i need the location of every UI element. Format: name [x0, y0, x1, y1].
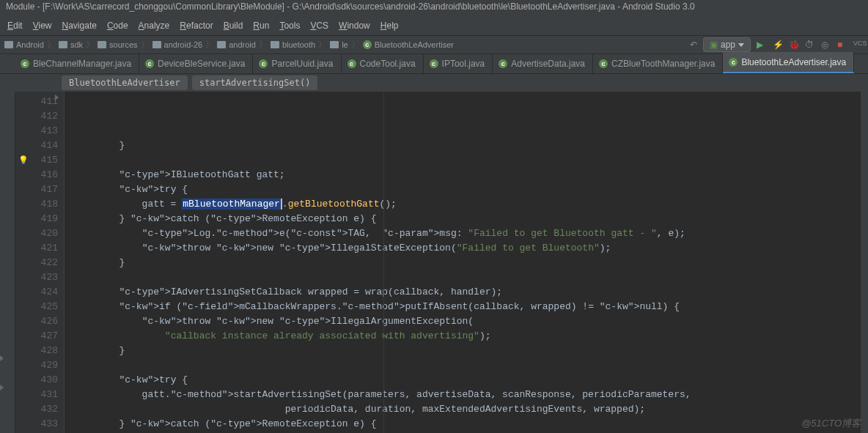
line-number: 424 — [18, 285, 58, 300]
code-line[interactable]: "c-type">IBluetoothGatt gatt; — [73, 168, 702, 182]
menu-vcs[interactable]: VCS — [306, 19, 333, 34]
line-number: 430 — [18, 373, 58, 388]
code-line[interactable]: "c-kw">throw "c-kw">new "c-type">Illegal… — [73, 314, 702, 329]
menu-refactor[interactable]: Refactor — [175, 19, 217, 34]
editor-tab[interactable]: cCZBlueToothManager.java — [593, 53, 723, 73]
stop-icon[interactable]: ■ — [837, 40, 847, 50]
code-line[interactable]: "c-kw">try { — [73, 182, 702, 197]
folder-icon — [330, 41, 339, 48]
menu-help[interactable]: Help — [376, 19, 403, 34]
line-number: 421 — [18, 241, 58, 256]
editor-tab[interactable]: cIPTool.java — [424, 53, 493, 73]
folder-icon — [152, 41, 161, 48]
class-icon: c — [259, 59, 268, 68]
line-number: 428 — [18, 344, 58, 358]
class-crumb[interactable]: BluetoothLeAdvertiser — [62, 75, 188, 90]
line-number: 412 — [18, 109, 58, 124]
attach-icon[interactable]: ◎ — [821, 40, 831, 50]
menu-code[interactable]: Code — [103, 19, 133, 34]
code-line[interactable]: } — [73, 256, 702, 270]
line-number: 💡415 — [18, 153, 58, 168]
editor-area[interactable]: 411412413414💡415416417418419420421422423… — [15, 92, 860, 433]
run-config-label: app — [721, 40, 735, 50]
expand-icon[interactable] — [0, 355, 4, 361]
breadcrumb-item[interactable]: le — [330, 40, 348, 49]
class-icon: c — [347, 59, 356, 68]
folder-icon — [271, 41, 279, 48]
line-number: 413 — [18, 124, 58, 138]
line-number: 427 — [18, 329, 58, 344]
code-line[interactable]: } — [73, 138, 702, 153]
menu-tools[interactable]: Tools — [275, 19, 304, 34]
fold-icon[interactable] — [55, 95, 59, 100]
class-icon: c — [363, 40, 372, 49]
code-line[interactable]: "c-type">Log."c-method">e("c-const">TAG,… — [73, 226, 702, 241]
class-icon: c — [599, 59, 608, 68]
profile-icon[interactable]: ⏱ — [805, 40, 815, 50]
line-number: 423 — [18, 270, 58, 285]
code-line[interactable]: } "c-kw">catch ("c-type">RemoteException… — [73, 417, 702, 432]
line-gutter: 411412413414💡415416417418419420421422423… — [15, 92, 65, 433]
tool-window-left[interactable] — [0, 92, 15, 433]
editor-tab[interactable]: cParcelUuid.java — [253, 53, 341, 73]
code-content[interactable]: } "c-type">IBluetoothGatt gatt; "c-kw">t… — [65, 92, 702, 433]
breadcrumb-item[interactable]: cBluetoothLeAdvertiser — [363, 40, 454, 49]
menu-run[interactable]: Run — [249, 19, 273, 34]
editor-tab[interactable]: cBleChannelManager.java — [15, 53, 139, 73]
editor-tab[interactable]: cDeviceBleService.java — [139, 53, 253, 73]
code-line[interactable]: "c-kw">if ("c-field">mCallbackWrappers."… — [73, 300, 702, 314]
menu-build[interactable]: Build — [219, 19, 248, 34]
breadcrumb-item[interactable]: android — [217, 40, 256, 49]
intention-bulb-icon[interactable]: 💡 — [18, 153, 29, 168]
breadcrumb-item[interactable]: Android — [4, 40, 44, 49]
method-breadcrumbs: BluetoothLeAdvertiser startAdvertisingSe… — [0, 74, 868, 92]
apply-changes-icon[interactable]: ⚡ — [773, 40, 783, 50]
editor-tab[interactable]: cAdvertiseData.java — [493, 53, 593, 73]
breadcrumb-item[interactable]: sources — [98, 40, 138, 49]
code-line[interactable]: gatt."c-method">startAdvertisingSet(para… — [73, 388, 702, 402]
code-line[interactable]: gatt = mBluetoothManager.getBluetoothGat… — [73, 197, 702, 212]
line-number: 433 — [18, 417, 58, 432]
menu-view[interactable]: View — [29, 19, 56, 34]
debug-icon[interactable]: 🐞 — [789, 40, 799, 50]
run-config-select[interactable]: ▣ app — [703, 37, 751, 52]
line-number: 429 — [18, 358, 58, 373]
method-crumb[interactable]: startAdvertisingSet() — [192, 75, 318, 90]
breadcrumb-item[interactable]: sdk — [59, 40, 83, 49]
code-line[interactable]: } "c-kw">catch ("c-type">RemoteException… — [73, 212, 702, 226]
breadcrumb-item[interactable]: bluetooth — [271, 40, 315, 49]
class-icon: c — [145, 59, 154, 68]
editor-tab[interactable]: cBluetoothLeAdvertiser.java — [723, 52, 854, 73]
menu-bar: EditViewNavigateCodeAnalyzeRefactorBuild… — [0, 18, 868, 35]
menu-window[interactable]: Window — [334, 19, 375, 34]
code-line[interactable]: } — [73, 344, 702, 358]
menu-edit[interactable]: Edit — [3, 19, 27, 34]
code-line[interactable] — [73, 153, 702, 168]
code-line[interactable]: "c-kw">try { — [73, 373, 702, 388]
code-line[interactable]: "callback instance already associated wi… — [73, 329, 702, 344]
line-number: 432 — [18, 402, 58, 417]
code-line[interactable]: "c-type">IAdvertisingSetCallback wrapped… — [73, 285, 702, 300]
folder-icon — [217, 41, 226, 48]
expand-icon[interactable] — [0, 385, 4, 391]
code-line[interactable] — [73, 270, 702, 285]
folder-icon — [59, 41, 67, 48]
menu-navigate[interactable]: Navigate — [58, 19, 101, 34]
back-icon[interactable]: ↶ — [690, 40, 697, 50]
run-icon[interactable]: ▶ — [757, 40, 767, 50]
code-line[interactable]: periodicData, duration, maxExtendedAdver… — [73, 402, 702, 417]
editor-tab[interactable]: cCodeTool.java — [342, 53, 424, 73]
scrollbar-marker[interactable] — [860, 92, 868, 433]
code-line[interactable] — [73, 358, 702, 373]
line-number: 431 — [18, 388, 58, 402]
menu-analyze[interactable]: Analyze — [134, 19, 174, 34]
code-line[interactable]: "c-kw">throw "c-kw">new "c-type">Illegal… — [73, 241, 702, 256]
chevron-down-icon — [738, 43, 744, 47]
breadcrumb-item[interactable]: android-26 — [152, 40, 203, 49]
line-number: 420 — [18, 226, 58, 241]
vcs-icon[interactable]: VCS — [853, 40, 864, 50]
window-title: Module - [F:\Work\AS\carrecord_chonggou\… — [0, 0, 868, 18]
line-number: 416 — [18, 168, 58, 182]
folder-icon — [98, 41, 106, 48]
android-icon: ▣ — [710, 40, 718, 50]
